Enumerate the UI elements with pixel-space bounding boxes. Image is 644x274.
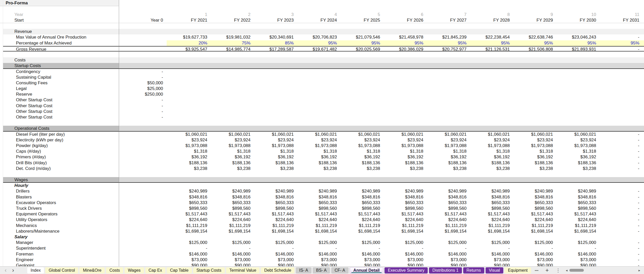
empty-cell[interactable]	[512, 29, 556, 34]
fy-value-cell-1[interactable]: $1,060,021	[167, 132, 210, 137]
fy-value-cell-11[interactable]: -	[599, 263, 642, 266]
empty-cell[interactable]	[383, 57, 426, 63]
fy-value-cell-3[interactable]: $125,000	[253, 240, 296, 245]
fy-value-cell-1[interactable]: $188,136	[167, 160, 210, 166]
empty-cell[interactable]	[253, 114, 296, 120]
fy-value-cell-7[interactable]: $125,000	[426, 240, 469, 245]
next-sheet-icon[interactable]: ›	[10, 267, 16, 274]
fy-value-cell-8[interactable]: $73,000	[469, 257, 512, 263]
fy-value-cell-9[interactable]: $188,136	[512, 160, 556, 166]
empty-cell[interactable]	[426, 29, 469, 34]
year-number-cell-4[interactable]: 4	[296, 12, 339, 17]
empty-cell[interactable]	[119, 194, 167, 200]
fy-header-cell-fy-2026[interactable]: FY 2026	[383, 17, 426, 23]
fy-value-cell-3[interactable]: $898,560	[253, 206, 296, 211]
row-label[interactable]: Max Value of Annual Ore Production	[3, 34, 119, 40]
empty-cell[interactable]	[119, 120, 167, 126]
fy-value-cell-5[interactable]: $650,333	[339, 200, 383, 206]
row-label[interactable]: Percentage of Max Achieved	[3, 40, 119, 46]
empty-cell[interactable]	[339, 69, 383, 75]
empty-cell[interactable]	[426, 177, 469, 183]
sheet-tab-cap-table[interactable]: Cap Table	[167, 267, 192, 273]
empty-cell[interactable]	[383, 103, 426, 109]
empty-cell[interactable]	[296, 63, 339, 69]
empty-cell[interactable]	[426, 120, 469, 126]
fy-value-cell-11[interactable]: -	[599, 211, 642, 217]
fy-value-cell-2[interactable]: $3,238	[210, 166, 253, 171]
tab-menu-icon[interactable]: ⋮	[556, 268, 561, 273]
fy-value-cell-7[interactable]: $898,560	[426, 206, 469, 211]
sheet-tab-startup-costs[interactable]: Startup Costs	[193, 267, 225, 273]
empty-cell[interactable]	[119, 188, 167, 194]
row-label[interactable]: Other Startup Cost	[3, 97, 119, 103]
empty-cell[interactable]	[556, 183, 599, 188]
fy-value-cell-1[interactable]: $348,816	[167, 194, 210, 200]
empty-cell[interactable]	[167, 114, 210, 120]
year-number-cell-9[interactable]: 9	[512, 12, 556, 17]
fy-value-cell-4[interactable]: $1,517,443	[296, 211, 339, 217]
empty-cell[interactable]	[556, 120, 599, 126]
sheet-tab-returns[interactable]: Returns	[463, 267, 484, 273]
fy-value-cell-4[interactable]: $125,000	[296, 240, 339, 245]
fy-value-cell-7[interactable]: $1,060,021	[426, 132, 469, 137]
empty-cell[interactable]	[119, 143, 167, 149]
fy-value-cell-10[interactable]: $240,989	[556, 188, 599, 194]
row-label[interactable]: Other Startup Cost	[3, 109, 119, 114]
empty-cell[interactable]	[426, 52, 469, 57]
empty-cell[interactable]	[253, 57, 296, 63]
row-label[interactable]: Primers (#/day)	[3, 154, 119, 160]
year0-value-cell[interactable]: -	[119, 103, 167, 109]
fy-value-cell-11[interactable]: -	[599, 217, 642, 223]
empty-cell[interactable]	[296, 114, 339, 120]
fy-header-cell-fy-2029[interactable]: FY 2029	[512, 17, 556, 23]
empty-cell[interactable]	[296, 103, 339, 109]
empty-cell[interactable]	[556, 86, 599, 92]
fy-value-cell-2[interactable]: $1,698,154	[210, 229, 253, 234]
empty-cell[interactable]	[167, 183, 210, 188]
fy-value-cell-7[interactable]: $73,000	[426, 257, 469, 263]
fy-value-cell-9[interactable]: $1,111,219	[512, 223, 556, 229]
empty-cell[interactable]	[426, 171, 469, 177]
fy-header-cell-fy-2021[interactable]: FY 2021	[167, 17, 210, 23]
fy-value-cell-6[interactable]: $21,458,978	[383, 34, 426, 40]
empty-cell[interactable]	[426, 103, 469, 109]
fy-value-cell-4[interactable]: $73,000	[296, 257, 339, 263]
empty-cell[interactable]	[383, 29, 426, 34]
empty-cell[interactable]	[167, 92, 210, 97]
fy-value-cell-6[interactable]: $23,924	[383, 137, 426, 143]
empty-cell[interactable]	[296, 183, 339, 188]
empty-cell[interactable]	[210, 80, 253, 86]
row-label[interactable]: Gross Revenue	[3, 46, 119, 52]
empty-cell[interactable]	[512, 80, 556, 86]
fy-value-cell-7[interactable]: $20,752,977	[426, 46, 469, 52]
empty-cell[interactable]	[253, 109, 296, 114]
fy-value-cell-4[interactable]: $1,973,088	[296, 143, 339, 149]
fy-value-cell-5[interactable]: $1,060,021	[339, 132, 383, 137]
empty-cell[interactable]	[599, 63, 642, 69]
fy-value-cell-11[interactable]: -	[599, 206, 642, 211]
empty-cell[interactable]	[167, 80, 210, 86]
empty-cell[interactable]	[426, 63, 469, 69]
empty-cell[interactable]	[383, 92, 426, 97]
fy-value-cell-5[interactable]: $898,560	[339, 206, 383, 211]
empty-cell[interactable]	[469, 23, 512, 29]
sheet-tab-annual-detail[interactable]: Annual Detail	[350, 267, 383, 273]
fy-value-cell-4[interactable]: $19,671,482	[296, 46, 339, 52]
fy-value-cell-7[interactable]: $21,845,239	[426, 34, 469, 40]
empty-cell[interactable]	[119, 245, 167, 251]
fy-value-cell-1[interactable]: $240,989	[167, 188, 210, 194]
fy-value-cell-7[interactable]: 95%	[426, 40, 469, 46]
empty-cell[interactable]	[426, 114, 469, 120]
fy-value-cell-11[interactable]: -	[599, 188, 642, 194]
fy-header-cell-fy-2030[interactable]: FY 2030	[556, 17, 599, 23]
empty-cell[interactable]	[296, 97, 339, 103]
empty-cell[interactable]	[599, 120, 642, 126]
fy-value-cell-7[interactable]: $224,640	[426, 217, 469, 223]
empty-cell[interactable]	[339, 103, 383, 109]
fy-value-cell-4[interactable]: $348,816	[296, 194, 339, 200]
fy-value-cell-6[interactable]: $20,386,029	[383, 46, 426, 52]
empty-cell[interactable]	[339, 120, 383, 126]
empty-cell[interactable]	[253, 183, 296, 188]
year0-value-cell[interactable]: $250,000	[119, 92, 167, 97]
empty-cell[interactable]	[167, 75, 210, 80]
